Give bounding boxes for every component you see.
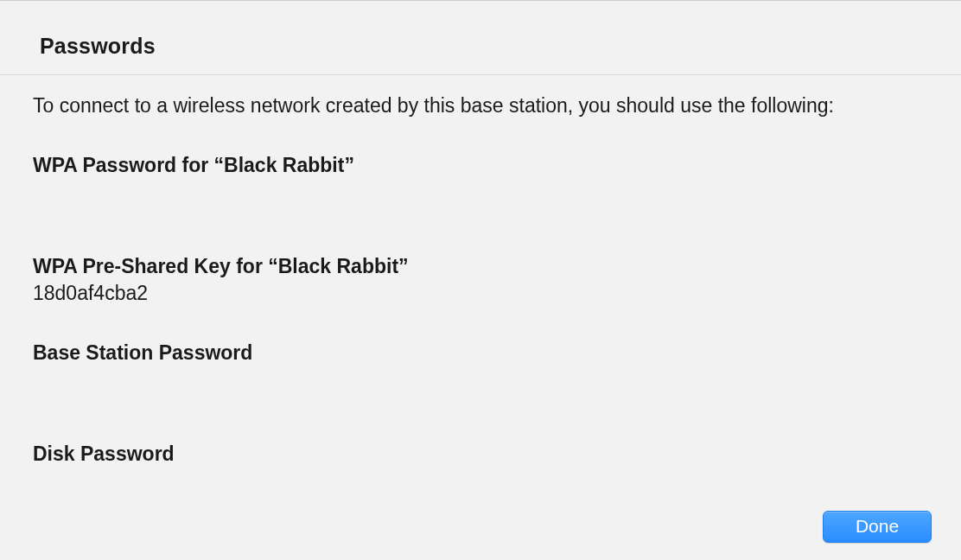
wpa-password-section: WPA Password for “Black Rabbit”	[33, 152, 928, 179]
wpa-psk-title: WPA Pre-Shared Key for “Black Rabbit”	[33, 253, 928, 280]
page-title: Passwords	[40, 34, 952, 59]
wpa-password-title: WPA Password for “Black Rabbit”	[33, 152, 928, 179]
header: Passwords	[0, 1, 961, 75]
done-button[interactable]: Done	[823, 511, 932, 543]
disk-password-title: Disk Password	[33, 441, 928, 468]
spacer	[33, 399, 928, 441]
footer: Done	[823, 511, 932, 543]
base-station-title: Base Station Password	[33, 340, 928, 366]
wpa-psk-value: 18d0af4cba2	[33, 280, 928, 307]
disk-password-section: Disk Password	[33, 441, 928, 468]
base-station-section: Base Station Password	[33, 340, 928, 366]
intro-text: To connect to a wireless network created…	[33, 92, 928, 119]
spacer	[33, 212, 928, 253]
wpa-psk-section: WPA Pre-Shared Key for “Black Rabbit” 18…	[33, 253, 928, 307]
content-area: To connect to a wireless network created…	[0, 75, 961, 468]
